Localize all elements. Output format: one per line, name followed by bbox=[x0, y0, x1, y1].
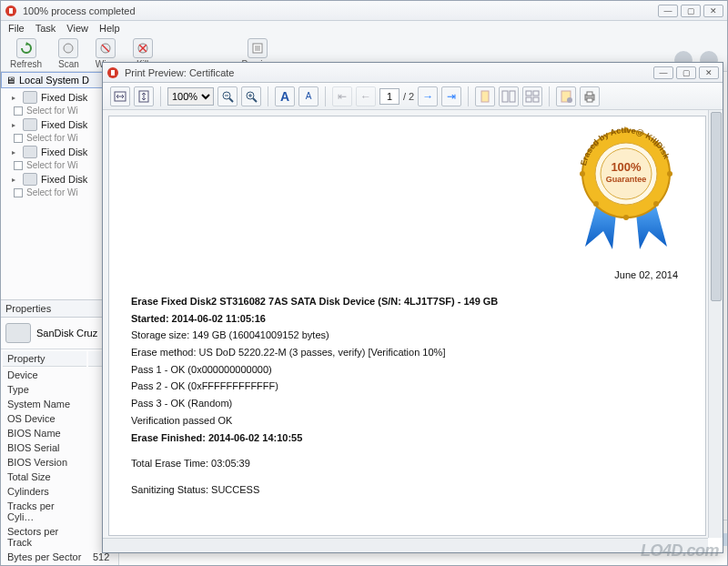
table-row: Device bbox=[3, 369, 116, 381]
svg-point-48 bbox=[601, 148, 652, 199]
scroll-thumb[interactable] bbox=[711, 112, 722, 301]
table-row: Cylinders bbox=[3, 485, 116, 498]
table-row: System Name bbox=[3, 398, 116, 410]
tree-root[interactable]: 🖥 Local System D bbox=[1, 72, 118, 88]
checkbox[interactable] bbox=[14, 106, 23, 116]
dialog-title: Print Preview: Certificate bbox=[125, 67, 234, 78]
svg-rect-1 bbox=[9, 8, 13, 14]
select-row-0[interactable]: Select for Wi bbox=[12, 105, 115, 117]
dialog-minimize-button[interactable]: — bbox=[653, 66, 673, 79]
page-setup-button[interactable] bbox=[556, 86, 576, 106]
kill-icon bbox=[133, 38, 153, 58]
scan-icon bbox=[58, 38, 78, 58]
select-row-1[interactable]: Select for Wi bbox=[12, 132, 115, 145]
expand-icon[interactable]: ▸ bbox=[12, 148, 19, 157]
disk-icon bbox=[23, 173, 37, 186]
select-row-3[interactable]: Select for Wi bbox=[12, 187, 115, 199]
svg-line-20 bbox=[229, 98, 233, 102]
svg-rect-27 bbox=[510, 91, 515, 102]
main-window-buttons: — ▢ ✕ bbox=[658, 5, 723, 17]
multi-page-button[interactable] bbox=[522, 86, 542, 106]
preview-icon bbox=[248, 38, 268, 58]
refresh-icon bbox=[16, 38, 36, 58]
certificate-text: Erase Fixed Disk2 ST316082 7AS SATA Disk… bbox=[131, 293, 683, 499]
expand-icon[interactable]: ▸ bbox=[12, 176, 19, 184]
computer-icon: 🖥 bbox=[5, 75, 15, 86]
table-row: OS Device bbox=[3, 412, 116, 425]
select-row-2[interactable]: Select for Wi bbox=[12, 159, 115, 172]
next-page-button[interactable]: → bbox=[418, 86, 438, 106]
menu-view[interactable]: View bbox=[66, 23, 88, 35]
checkbox[interactable] bbox=[14, 134, 23, 143]
certificate-page[interactable]: Erased by Active@ KillDisk 100% Guarante… bbox=[108, 116, 706, 536]
zoom-select[interactable]: 100% bbox=[167, 87, 214, 106]
checkbox[interactable] bbox=[14, 188, 23, 197]
maximize-button[interactable]: ▢ bbox=[681, 5, 701, 17]
dialog-maximize-button[interactable]: ▢ bbox=[676, 66, 696, 79]
main-titlebar: 100% process completed — ▢ ✕ bbox=[1, 1, 727, 21]
close-button[interactable]: ✕ bbox=[703, 5, 723, 17]
svg-point-41 bbox=[667, 171, 672, 177]
disk-node-3[interactable]: ▸Fixed Disk bbox=[12, 172, 115, 187]
fit-width-button[interactable] bbox=[110, 86, 130, 106]
svg-rect-28 bbox=[526, 91, 531, 96]
fit-page-button[interactable] bbox=[134, 86, 154, 106]
page-total: / 2 bbox=[403, 91, 414, 102]
svg-line-24 bbox=[253, 98, 257, 102]
zoom-out-button[interactable] bbox=[217, 86, 238, 106]
dialog-titlebar: Print Preview: Certificate — ▢ ✕ bbox=[103, 63, 723, 83]
font-larger-button[interactable]: A bbox=[275, 86, 295, 106]
horizontal-scrollbar[interactable] bbox=[103, 538, 708, 552]
page-input[interactable] bbox=[379, 88, 399, 105]
print-button[interactable] bbox=[580, 86, 600, 106]
dialog-window-buttons: — ▢ ✕ bbox=[653, 66, 719, 79]
disk-icon bbox=[23, 118, 37, 131]
vertical-scrollbar[interactable] bbox=[708, 110, 723, 538]
menubar: File Task View Help bbox=[1, 21, 727, 37]
dialog-icon bbox=[106, 66, 119, 79]
svg-point-45 bbox=[580, 171, 585, 177]
disk-node-2[interactable]: ▸Fixed Disk bbox=[12, 145, 115, 159]
table-row: Bytes per Sector512 bbox=[3, 551, 116, 563]
menu-task[interactable]: Task bbox=[35, 23, 56, 35]
expand-icon[interactable]: ▸ bbox=[12, 121, 19, 129]
checkbox[interactable] bbox=[14, 161, 23, 170]
svg-point-42 bbox=[653, 201, 659, 207]
disk-node-0[interactable]: ▸Fixed Disk bbox=[12, 90, 115, 105]
properties-table: Property Device Type System Name OS Devi… bbox=[1, 349, 118, 565]
certificate-date: June 02, 2014 bbox=[614, 269, 678, 280]
table-row: BIOS Name bbox=[3, 427, 116, 440]
print-preview-dialog: Print Preview: Certificate — ▢ ✕ 100% A … bbox=[102, 62, 723, 553]
dialog-close-button[interactable]: ✕ bbox=[699, 66, 719, 79]
svg-point-44 bbox=[593, 201, 599, 207]
selected-device: SanDisk Cruz bbox=[1, 318, 118, 349]
zoom-in-button[interactable] bbox=[241, 86, 261, 106]
svg-rect-26 bbox=[502, 91, 508, 102]
guarantee-seal: Erased by Active@ KillDisk 100% Guarante… bbox=[567, 124, 685, 251]
table-row: Type bbox=[3, 383, 116, 396]
disk-node-1[interactable]: ▸Fixed Disk bbox=[12, 117, 115, 132]
tb-scan[interactable]: Scan bbox=[58, 38, 79, 69]
svg-text:Guarantee: Guarantee bbox=[606, 175, 647, 184]
disk-icon bbox=[23, 91, 37, 104]
minimize-button[interactable]: — bbox=[658, 5, 678, 17]
svg-point-2 bbox=[64, 44, 73, 53]
device-tree[interactable]: 🖥 Local System D ▸Fixed Disk Select for … bbox=[1, 72, 118, 299]
preview-toolbar: 100% A A ⇤ ← / 2 → ⇥ bbox=[103, 83, 723, 110]
font-smaller-button[interactable]: A bbox=[298, 86, 318, 106]
hdd-icon bbox=[5, 323, 31, 343]
tb-refresh[interactable]: Refresh bbox=[10, 38, 42, 69]
watermark: LO4D.com bbox=[641, 541, 719, 561]
first-page-button[interactable]: ⇤ bbox=[332, 86, 352, 106]
expand-icon[interactable]: ▸ bbox=[12, 94, 19, 102]
two-page-button[interactable] bbox=[499, 86, 519, 106]
single-page-button[interactable] bbox=[475, 86, 495, 106]
prev-page-button[interactable]: ← bbox=[356, 86, 376, 106]
menu-help[interactable]: Help bbox=[99, 23, 120, 35]
last-page-button[interactable]: ⇥ bbox=[441, 86, 461, 106]
svg-rect-30 bbox=[526, 97, 531, 102]
table-row: BIOS Version bbox=[3, 456, 116, 469]
menu-file[interactable]: File bbox=[8, 23, 25, 35]
svg-rect-29 bbox=[533, 91, 539, 96]
app-icon bbox=[5, 5, 17, 17]
